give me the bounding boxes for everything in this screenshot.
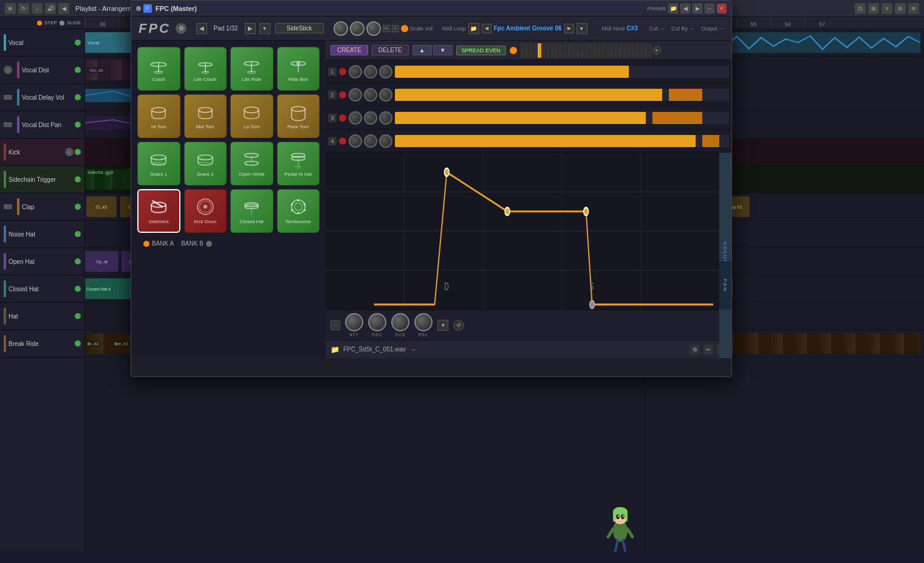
midi-loop-dropdown[interactable]: ▾ — [577, 23, 587, 34]
track-label-kick[interactable]: Kick ○ — [0, 139, 84, 166]
seq-step-up[interactable]: ▲ — [412, 45, 432, 55]
seq-ch4-knob-2[interactable] — [364, 134, 377, 148]
pad-ride-bell[interactable]: Ride Bell — [277, 47, 320, 91]
track-dot-kick[interactable] — [75, 149, 81, 155]
ruler-mark[interactable]: 36 — [85, 17, 119, 29]
seq-end-btn[interactable]: ● — [652, 46, 661, 55]
track-label-vocal-dist[interactable]: ○ Vocal Dist — [0, 57, 84, 84]
track-label-vocal-delay[interactable]: Vocal Delay Vol — [0, 84, 84, 111]
env-settings-icon[interactable]: ⚙ — [690, 345, 700, 354]
seq-ch2-mute[interactable] — [339, 91, 346, 98]
pad-hi-tom[interactable]: Hi Tom — [137, 94, 180, 138]
closed-hat-clip-1[interactable]: Closed Hat # — [85, 278, 134, 299]
pad-dropdown-btn[interactable]: ▾ — [259, 23, 270, 34]
create-btn[interactable]: CREATE — [330, 45, 368, 55]
midi-loop-prev[interactable]: ◀ — [482, 24, 491, 33]
toolbar-icon-4[interactable]: 🔊 — [45, 3, 56, 14]
pad-sidestick[interactable]: SideStick — [137, 189, 180, 233]
ruler-mark[interactable]: 55 — [736, 17, 770, 29]
seq-ch1-knob-1[interactable] — [349, 65, 362, 78]
env-att-dial[interactable] — [345, 313, 363, 331]
env-dec-knob[interactable]: DEC — [368, 313, 386, 337]
track-dot-closed-hat[interactable] — [75, 286, 81, 292]
fpc-expand-icon[interactable] — [136, 6, 141, 11]
track-label-noise-hat[interactable]: Noise Hat — [0, 221, 84, 248]
midi-loop-next[interactable]: ▶ — [564, 24, 574, 33]
pad-crash-1[interactable]: Crash — [137, 47, 180, 91]
seq-ch3-mute[interactable] — [339, 114, 346, 122]
track-label-hat[interactable]: Hat — [0, 303, 84, 330]
track-dot-vocal-dist[interactable] — [75, 67, 81, 73]
fpc-mute-btn[interactable]: M — [383, 25, 390, 32]
track-dot-noise-hat[interactable] — [75, 231, 81, 237]
track-label-clap[interactable]: Clap — [0, 193, 84, 221]
seq-step-down[interactable]: ▼ — [433, 45, 453, 55]
env-dec-dial[interactable] — [368, 313, 386, 331]
env-sus-dial[interactable] — [391, 313, 409, 331]
ruler-mark[interactable]: 56 — [770, 17, 804, 29]
fpc-pad-knob-1[interactable] — [334, 21, 348, 36]
pad-snare-1[interactable]: Snare 1 — [137, 142, 180, 185]
env-rewind-icon[interactable]: ↩ — [703, 345, 713, 354]
fpc-pad-knob-2[interactable] — [350, 21, 364, 36]
seq-ch4-mute[interactable] — [339, 137, 346, 145]
track-dot-break-ride[interactable] — [75, 340, 81, 347]
pad-open-hihat[interactable]: Open HiHat — [230, 142, 273, 185]
toolbar-icon-3[interactable]: ⌕ — [32, 3, 43, 14]
ruler-mark[interactable]: 57 — [805, 17, 839, 29]
toolbar-right-1[interactable]: ⊡ — [855, 3, 866, 14]
env-reset-btn[interactable]: ↺ — [453, 320, 464, 331]
clap-clip-1[interactable]: Cl..#2 — [86, 196, 117, 217]
track-dot-sidechain[interactable] — [75, 176, 81, 182]
fpc-preset-prev[interactable]: ◀ — [680, 4, 690, 13]
pad-lite-crash[interactable]: Lite Crash — [184, 47, 227, 91]
seq-ch3-knob-2[interactable] — [364, 111, 377, 125]
seq-ch3-knob-1[interactable] — [349, 111, 362, 125]
seq-ch3-knob-3[interactable] — [379, 111, 392, 125]
env-arrow-icon[interactable]: → — [409, 345, 417, 354]
seq-ch1-mute[interactable] — [339, 68, 346, 75]
track-dot-vocal-delay[interactable] — [75, 94, 81, 100]
delete-btn[interactable]: DELETE — [372, 45, 409, 55]
pad-lite-ride[interactable]: Lite Ride — [230, 47, 273, 91]
bank-a-btn[interactable]: BANK A — [143, 240, 174, 247]
pad-next-btn[interactable]: ▶ — [245, 23, 256, 34]
pad-lo-tom[interactable]: Lo Tom — [230, 94, 273, 138]
toolbar-right-2[interactable]: ⊞ — [868, 3, 879, 14]
seq-ch1-steps[interactable] — [395, 66, 729, 78]
toolbar-right-5[interactable]: ≋ — [908, 3, 919, 14]
toolbar-icon-5[interactable]: ◀ — [58, 3, 69, 14]
seq-ch4-knob-1[interactable] — [349, 134, 362, 148]
env-dropdown-btn[interactable]: ▾ — [437, 320, 448, 331]
fpc-preset-next[interactable]: ▶ — [693, 4, 702, 13]
seq-ch4-steps[interactable] — [395, 135, 729, 147]
midi-loop-folder[interactable]: 📁 — [468, 23, 479, 34]
seq-ch3-steps[interactable] — [395, 112, 729, 124]
toolbar-right-3[interactable]: ≡ — [881, 3, 892, 14]
seq-ch4-knob-3[interactable] — [379, 134, 392, 148]
track-dot-clap[interactable] — [75, 204, 81, 210]
fpc-pad-knob-3[interactable] — [366, 21, 381, 36]
seq-ch2-steps[interactable] — [395, 89, 729, 101]
seq-ch1-knob-3[interactable] — [379, 65, 392, 78]
fpc-settings-gear[interactable]: ⚙ — [176, 23, 187, 34]
pad-prev-btn[interactable]: ◀ — [196, 23, 207, 34]
pad-kick-drum[interactable]: Kick Drum — [184, 189, 227, 233]
fpc-preset-folder[interactable]: 📁 — [668, 4, 678, 13]
track-label-sidechain[interactable]: Sidechain Trigger — [0, 166, 84, 193]
track-label-vocal[interactable]: Vocal — [0, 29, 84, 57]
track-dot-open-hat[interactable] — [75, 258, 81, 264]
pad-snare-2[interactable]: Snare 2 — [184, 142, 227, 185]
track-label-vocal-dist-pan[interactable]: Vocal Dist Pan — [0, 111, 84, 139]
track-label-break-ride[interactable]: Break Ride — [0, 330, 84, 357]
seq-ch2-knob-2[interactable] — [364, 88, 377, 102]
track-label-closed-hat[interactable]: Closed Hat — [0, 275, 84, 303]
track-dot-vocal[interactable] — [75, 40, 81, 46]
pad-mid-tom[interactable]: Mid Tom — [184, 94, 227, 138]
pad-pedal-hihat[interactable]: Pedal Hi Hat — [277, 142, 320, 185]
seq-ch2-knob-3[interactable] — [379, 88, 392, 102]
envelope-canvas[interactable]: D S — [326, 153, 719, 309]
env-rel-dial[interactable] — [414, 313, 433, 331]
toolbar-right-4[interactable]: ⊟ — [895, 3, 906, 14]
seq-ch1-knob-2[interactable] — [364, 65, 377, 78]
